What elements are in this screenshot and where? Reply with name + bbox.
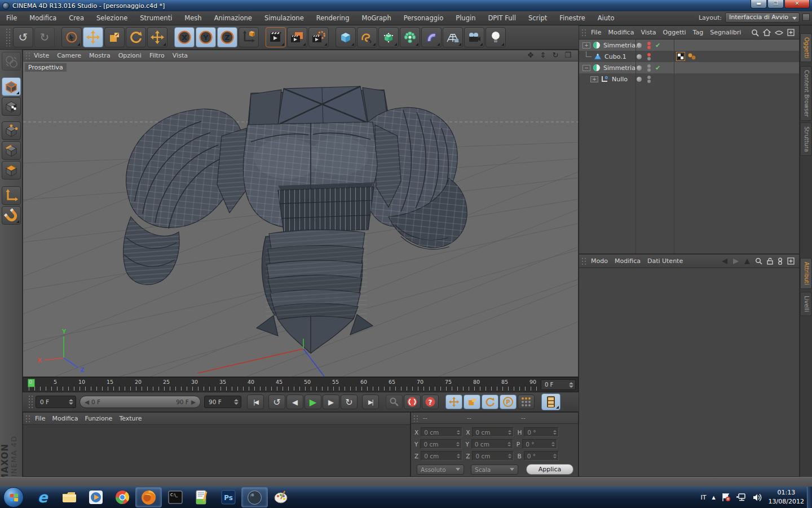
menu-plugin[interactable]: Plugin: [449, 14, 482, 22]
keyframe-selection-button[interactable]: ?: [422, 395, 439, 409]
tray-expand-icon[interactable]: ▲: [712, 495, 715, 500]
attribute-empty-area[interactable]: [579, 268, 799, 476]
last-tool-button[interactable]: [147, 27, 167, 47]
rot-h-field[interactable]: 0 °: [524, 427, 559, 437]
object-row-simmetria[interactable]: − Simmetria ✔: [579, 62, 799, 73]
rot-p-field[interactable]: 0 °: [522, 439, 557, 449]
enable-dot[interactable]: [637, 43, 642, 48]
add-cube-button[interactable]: [336, 27, 356, 47]
goto-end-button[interactable]: ▶|: [362, 395, 379, 409]
expand-icon[interactable]: +: [582, 42, 590, 49]
menu-animazione[interactable]: Animazione: [208, 14, 258, 22]
vp-menu-viste[interactable]: Viste: [34, 52, 57, 59]
viewport-canvas[interactable]: Y X Z: [23, 50, 578, 376]
previous-frame-button[interactable]: ◀: [286, 395, 303, 409]
generator-check-icon[interactable]: ✔: [655, 64, 660, 72]
expand-icon[interactable]: +: [590, 76, 598, 82]
add-deformer-button[interactable]: [421, 27, 442, 47]
viewport-grip[interactable]: [25, 52, 30, 60]
pos-y-field[interactable]: 0 cm: [420, 439, 462, 449]
taskbar-command-prompt[interactable]: C:\_: [162, 487, 188, 507]
menu-dpit-full[interactable]: DPIT Full: [482, 14, 522, 22]
action-center-flag-icon[interactable]: [721, 493, 731, 502]
taskbar-paint[interactable]: [268, 487, 294, 507]
language-indicator[interactable]: IT: [700, 494, 706, 501]
restore-button[interactable]: ❐: [767, 0, 784, 8]
next-key-button[interactable]: ↻: [341, 395, 358, 409]
render-settings-button[interactable]: [308, 27, 329, 47]
pos-z-field[interactable]: 0 cm: [421, 451, 462, 461]
taskbar-cinema4d[interactable]: [241, 487, 268, 507]
object-manager-grip[interactable]: [581, 29, 586, 37]
taskbar-clock[interactable]: 01:13 13/08/2012: [769, 488, 804, 507]
points-mode-button[interactable]: [2, 121, 21, 140]
layout-dropdown[interactable]: Interfaccia di Avvio: [725, 12, 800, 23]
texture-mode-button[interactable]: [2, 97, 21, 116]
play-mode-button[interactable]: [541, 393, 561, 410]
live-selection-button[interactable]: [61, 27, 82, 47]
toolbar-grip[interactable]: [6, 28, 11, 46]
add-spline-button[interactable]: [357, 27, 377, 47]
timeline-ruler[interactable]: 051015202530354045505560657075808590 0 F: [23, 377, 579, 392]
toggle-views-icon[interactable]: ❐: [563, 51, 572, 59]
collapse-icon[interactable]: −: [582, 65, 590, 71]
lock-x-axis-button[interactable]: X: [174, 27, 195, 47]
menu-script[interactable]: Script: [522, 14, 553, 22]
end-frame-field[interactable]: 90 F: [204, 396, 241, 408]
range-left-arrow-icon[interactable]: ◀: [85, 398, 89, 405]
om-menu-file[interactable]: File: [591, 29, 608, 36]
play-button[interactable]: ▶: [304, 395, 321, 409]
scale-y-field[interactable]: 0 cm: [471, 439, 513, 449]
add-panel-icon[interactable]: [787, 257, 795, 265]
vp-menu-camere[interactable]: Camere: [57, 52, 89, 59]
om-menu-vista[interactable]: Vista: [641, 29, 663, 36]
title-bar[interactable]: CINEMA 4D R13.016 Studio - [personaggio.…: [0, 0, 812, 11]
lock-y-axis-button[interactable]: Y: [196, 27, 216, 47]
axis-mode-button[interactable]: [2, 186, 21, 205]
pos-x-field[interactable]: 0 cm: [421, 427, 462, 437]
texture-tag-icon[interactable]: [676, 52, 685, 61]
taskbar-firefox[interactable]: [135, 487, 162, 507]
add-generator-button[interactable]: [378, 27, 399, 47]
show-desktop-button[interactable]: [807, 487, 812, 508]
editor-visibility-dot[interactable]: [647, 53, 651, 56]
goto-start-button[interactable]: |◀: [247, 395, 264, 409]
next-frame-button[interactable]: ▶: [323, 395, 339, 409]
layout-grid-icon[interactable]: [802, 14, 810, 21]
mat-menu-texture[interactable]: Texture: [119, 415, 148, 422]
menu-personaggio[interactable]: Personaggio: [398, 14, 450, 22]
render-visibility-dot[interactable]: [647, 46, 651, 49]
am-menu-dati-utente[interactable]: Dati Utente: [647, 257, 690, 265]
render-visibility-dot[interactable]: [647, 68, 651, 72]
taskbar-windows-explorer[interactable]: [56, 487, 82, 507]
menu-strumenti[interactable]: Strumenti: [134, 14, 178, 22]
mat-menu-modifica[interactable]: Modifica: [52, 415, 85, 422]
up-arrow-icon[interactable]: [744, 258, 751, 265]
am-menu-modo[interactable]: Modo: [591, 257, 615, 265]
menu-mesh[interactable]: Mesh: [178, 14, 208, 22]
material-list-empty[interactable]: [23, 425, 410, 476]
lock-icon[interactable]: [767, 257, 773, 265]
menu-modifica[interactable]: Modifica: [23, 14, 63, 22]
enable-dot[interactable]: [637, 77, 642, 82]
add-modeling-button[interactable]: [400, 27, 420, 47]
coordinate-system-button[interactable]: [239, 27, 259, 47]
record-scale-button[interactable]: [464, 395, 480, 409]
menu-simulazione[interactable]: Simulazione: [258, 14, 310, 22]
redo-button[interactable]: ↻: [34, 27, 55, 47]
om-menu-segnalibri[interactable]: Segnalibri: [710, 29, 748, 36]
add-light-button[interactable]: [486, 27, 506, 47]
vp-menu-opzioni[interactable]: Opzioni: [118, 52, 149, 59]
add-panel-icon[interactable]: [787, 29, 795, 36]
history-icon[interactable]: [778, 257, 783, 265]
coords-mode-dropdown[interactable]: Assoluto: [417, 465, 464, 475]
search-icon[interactable]: [751, 29, 759, 37]
enable-dot[interactable]: [637, 54, 642, 59]
previous-key-button[interactable]: ↺: [268, 395, 285, 409]
snap-button[interactable]: [2, 206, 21, 225]
tab-attributi[interactable]: Attributi: [800, 258, 812, 289]
close-button[interactable]: ✕: [784, 0, 810, 8]
scale-z-field[interactable]: 0 cm: [472, 451, 514, 461]
editor-visibility-dot[interactable]: [647, 64, 651, 68]
mat-menu-file[interactable]: File: [35, 415, 52, 422]
